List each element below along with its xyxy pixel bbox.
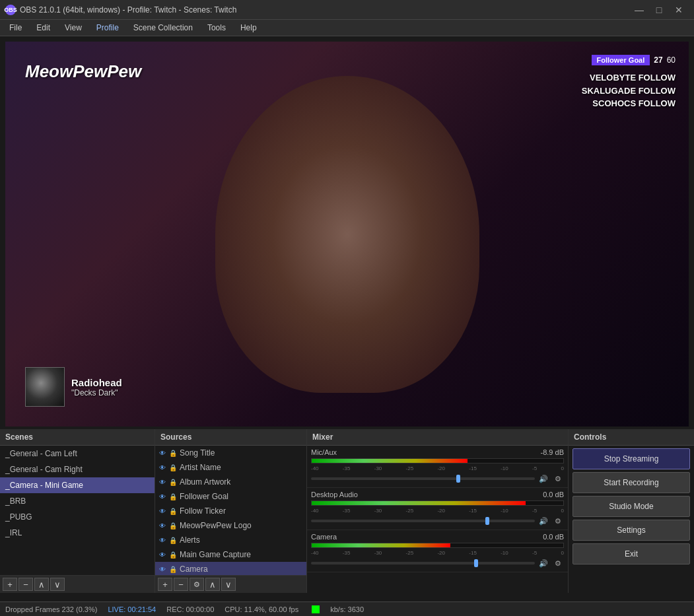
titlebar: OBS OBS 21.0.1 (64bit, windows) - Profil… bbox=[0, 0, 694, 20]
follower-goal-label: Follower Goal bbox=[592, 55, 650, 65]
source-eye-icon[interactable]: 👁 bbox=[159, 493, 166, 500]
mixer-fader-thumb-desktop[interactable] bbox=[485, 517, 489, 525]
menu-file[interactable]: File bbox=[3, 22, 28, 34]
mixer-panel: Mixer Mic/Aux -8.9 dB -40-35-30-25-20-15… bbox=[307, 429, 569, 593]
sources-add-button[interactable]: + bbox=[158, 578, 172, 591]
sources-remove-button[interactable]: − bbox=[174, 578, 188, 591]
stop-streaming-button[interactable]: Stop Streaming bbox=[573, 448, 690, 469]
mixer-scale-mic: -40-35-30-25-20-15-10-50 bbox=[311, 465, 564, 471]
status-rec: REC: 00:00:00 bbox=[166, 605, 214, 613]
source-eye-icon[interactable]: 👁 bbox=[159, 508, 166, 515]
follow-event-1: VELOBYTE FOLLOW bbox=[582, 71, 676, 85]
mixer-fader-thumb-mic[interactable] bbox=[456, 475, 460, 483]
status-indicator-light bbox=[312, 605, 320, 613]
song-title: "Decks Dark" bbox=[71, 388, 122, 397]
controls-panel: Controls Stop Streaming Start Recording … bbox=[569, 429, 694, 593]
mixer-channel-name-mic: Mic/Aux bbox=[311, 448, 337, 456]
mixer-fader-desktop[interactable] bbox=[311, 520, 535, 522]
source-lock-icon: 🔒 bbox=[169, 566, 177, 573]
source-item-alerts[interactable]: 👁 🔒 Alerts bbox=[155, 533, 306, 547]
source-item-follow-ticker[interactable]: 👁 🔒 Follow Ticker bbox=[155, 504, 306, 518]
status-cpu: CPU: 11.4%, 60.00 fps bbox=[225, 605, 298, 613]
menu-view[interactable]: View bbox=[58, 22, 88, 34]
sources-up-button[interactable]: ∧ bbox=[205, 578, 220, 591]
preview-area: MeowPewPew Follower Goal 27 60 VELOBYTE … bbox=[5, 42, 689, 427]
source-eye-icon[interactable]: 👁 bbox=[159, 464, 166, 471]
source-item-camera[interactable]: 👁 🔒 Camera bbox=[155, 562, 306, 575]
menu-edit[interactable]: Edit bbox=[30, 22, 57, 34]
mixer-scale-camera: -40-35-30-25-20-15-10-50 bbox=[311, 550, 564, 556]
source-eye-icon[interactable]: 👁 bbox=[159, 450, 166, 457]
mixer-channel-desktop: Desktop Audio 0.0 dB -40-35-30-25-20-15-… bbox=[307, 488, 568, 530]
start-recording-button[interactable]: Start Recording bbox=[573, 472, 690, 493]
mixer-channel-name-camera: Camera bbox=[311, 533, 337, 541]
source-lock-icon: 🔒 bbox=[169, 450, 177, 457]
source-eye-icon[interactable]: 👁 bbox=[159, 566, 166, 573]
follower-goal-widget: Follower Goal 27 60 bbox=[592, 55, 676, 65]
mixer-mute-camera[interactable]: 🔊 bbox=[538, 557, 549, 569]
obs-logo: OBS bbox=[5, 5, 16, 15]
source-item-album-artwork[interactable]: 👁 🔒 Album Artwork bbox=[155, 475, 306, 489]
menu-tools[interactable]: Tools bbox=[201, 22, 232, 34]
mixer-mute-desktop[interactable]: 🔊 bbox=[538, 515, 549, 527]
mixer-settings-camera[interactable]: ⚙ bbox=[552, 557, 564, 569]
titlebar-title: OBS 21.0.1 (64bit, windows) - Profile: T… bbox=[20, 5, 236, 15]
source-eye-icon[interactable]: 👁 bbox=[159, 537, 166, 544]
mixer-settings-desktop[interactable]: ⚙ bbox=[552, 515, 564, 527]
source-lock-icon: 🔒 bbox=[169, 508, 177, 515]
mixer-meter-fill-mic bbox=[312, 459, 468, 463]
overlay-streamer-name: MeowPewPew bbox=[25, 61, 141, 82]
mixer-fader-thumb-camera[interactable] bbox=[474, 559, 478, 567]
menu-help[interactable]: Help bbox=[234, 22, 263, 34]
status-kbs: kb/s: 3630 bbox=[330, 605, 364, 613]
mixer-settings-mic[interactable]: ⚙ bbox=[552, 473, 564, 485]
follow-events-overlay: VELOBYTE FOLLOW SKALUGADE FOLLOW SCOHOCS… bbox=[582, 71, 676, 110]
scenes-add-button[interactable]: + bbox=[3, 578, 17, 591]
sources-down-button[interactable]: ∨ bbox=[221, 578, 236, 591]
maximize-button[interactable]: □ bbox=[649, 0, 669, 20]
scene-item-mini-game[interactable]: _Camera - Mini Game bbox=[0, 477, 155, 493]
mixer-channels: Mic/Aux -8.9 dB -40-35-30-25-20-15-10-50… bbox=[307, 446, 568, 593]
exit-button[interactable]: Exit bbox=[573, 543, 690, 565]
menu-profile[interactable]: Profile bbox=[90, 22, 125, 34]
source-label: Follower Goal bbox=[180, 492, 228, 501]
mixer-scale-desktop: -40-35-30-25-20-15-10-50 bbox=[311, 508, 564, 514]
mixer-fader-mic[interactable] bbox=[311, 477, 535, 480]
source-eye-icon[interactable]: 👁 bbox=[159, 551, 166, 559]
scenes-list: _General - Cam Left _General - Cam Right… bbox=[0, 446, 155, 575]
bottom-panel: Scenes _General - Cam Left _General - Ca… bbox=[0, 429, 694, 593]
source-item-logo[interactable]: 👁 🔒 MeowPewPew Logo bbox=[155, 518, 306, 533]
scenes-down-button[interactable]: ∨ bbox=[50, 578, 65, 591]
scenes-up-button[interactable]: ∧ bbox=[34, 578, 49, 591]
mixer-fader-camera[interactable] bbox=[311, 562, 535, 565]
scenes-panel: Scenes _General - Cam Left _General - Ca… bbox=[0, 429, 155, 593]
minimize-button[interactable]: — bbox=[629, 0, 649, 20]
settings-button[interactable]: Settings bbox=[573, 520, 690, 541]
album-artwork bbox=[25, 367, 65, 407]
sources-header: Sources bbox=[155, 429, 306, 446]
mixer-mute-mic[interactable]: 🔊 bbox=[538, 473, 549, 485]
mixer-fader-row-mic: 🔊 ⚙ bbox=[311, 473, 564, 485]
sources-gear-button[interactable]: ⚙ bbox=[190, 578, 204, 591]
source-eye-icon[interactable]: 👁 bbox=[159, 522, 166, 530]
scene-item-cam-left[interactable]: _General - Cam Left bbox=[0, 446, 155, 462]
source-label: MeowPewPew Logo bbox=[180, 521, 252, 530]
status-dropped-frames: Dropped Frames 232 (0.3%) bbox=[5, 605, 97, 613]
source-eye-icon[interactable]: 👁 bbox=[159, 479, 166, 486]
scene-item-pubg[interactable]: _PUBG bbox=[0, 509, 155, 525]
follow-event-3: SCOHOCS FOLLOW bbox=[582, 97, 676, 110]
mixer-channel-camera: Camera 0.0 dB -40-35-30-25-20-15-10-50 🔊… bbox=[307, 530, 568, 572]
source-item-game-capture[interactable]: 👁 🔒 Main Game Capture bbox=[155, 547, 306, 562]
source-label: Main Game Capture bbox=[180, 550, 251, 559]
scene-item-brb[interactable]: _BRB bbox=[0, 493, 155, 509]
close-button[interactable]: ✕ bbox=[669, 0, 689, 20]
source-lock-icon: 🔒 bbox=[169, 551, 177, 559]
source-item-follower-goal[interactable]: 👁 🔒 Follower Goal bbox=[155, 489, 306, 504]
source-item-artist-name[interactable]: 👁 🔒 Artist Name bbox=[155, 460, 306, 475]
scenes-remove-button[interactable]: − bbox=[18, 578, 33, 591]
studio-mode-button[interactable]: Studio Mode bbox=[573, 496, 690, 517]
menu-scene-collection[interactable]: Scene Collection bbox=[127, 22, 199, 34]
scene-item-irl[interactable]: _IRL bbox=[0, 525, 155, 541]
scene-item-cam-right[interactable]: _General - Cam Right bbox=[0, 462, 155, 477]
source-item-song-title[interactable]: 👁 🔒 Song Title bbox=[155, 446, 306, 460]
